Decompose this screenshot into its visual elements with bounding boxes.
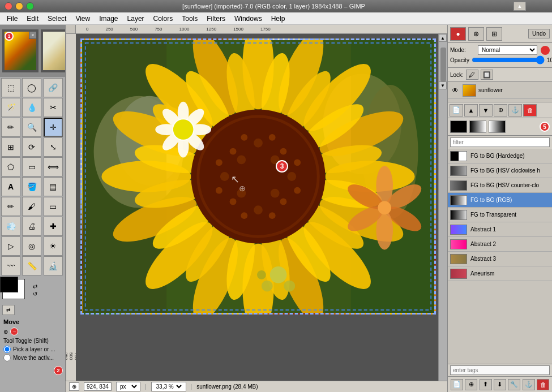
- tool-dodge[interactable]: ☀: [44, 236, 63, 256]
- menu-colors[interactable]: Colors: [149, 14, 178, 24]
- black-swatch[interactable]: [450, 120, 467, 133]
- swap-colors-icon[interactable]: ⇄: [33, 283, 37, 290]
- scroll-thumb-vertical[interactable]: [440, 48, 446, 81]
- menu-file[interactable]: File: [2, 14, 22, 24]
- gradient-item-abstract2[interactable]: Abstract 2: [448, 237, 552, 252]
- layer-raise-button[interactable]: ▲: [464, 104, 478, 117]
- gradient-item-transparent[interactable]: FG to Transparent: [448, 208, 552, 222]
- scroll-down-button[interactable]: ▼: [439, 81, 447, 89]
- menu-image[interactable]: Image: [95, 14, 122, 24]
- tool-rect-select[interactable]: ⬚: [1, 78, 20, 97]
- tool-move[interactable]: ✛: [44, 118, 63, 137]
- tool-bucket-fill[interactable]: 🪣: [22, 177, 41, 196]
- tool-blur[interactable]: ◎: [22, 236, 41, 256]
- tool-text[interactable]: A: [1, 177, 20, 196]
- bottom-icon-4[interactable]: ⬇: [494, 379, 506, 390]
- tool-airbrush[interactable]: 💨: [1, 217, 20, 236]
- gradient-item-hardedge[interactable]: FG to BG (Hardedge): [448, 149, 552, 163]
- window-resize-button[interactable]: ▲: [514, 2, 526, 11]
- menu-select[interactable]: Select: [43, 14, 71, 24]
- tool-perspective[interactable]: ▭: [22, 157, 41, 176]
- close-button[interactable]: [5, 2, 12, 10]
- tool-ellipse-select[interactable]: ◯: [22, 78, 41, 97]
- gradient-item-abstract1[interactable]: Abstract 1: [448, 222, 552, 237]
- scrollbar-vertical[interactable]: ▲ ▼: [438, 34, 447, 383]
- tool-color-picker[interactable]: 🔬: [44, 256, 63, 275]
- minimize-button[interactable]: [15, 2, 23, 10]
- bottom-icon-7[interactable]: 🗑: [537, 379, 549, 390]
- foreground-background-colors[interactable]: [2, 279, 31, 301]
- bw-gradient-swatch[interactable]: [469, 120, 486, 133]
- unit-select[interactable]: px % mm: [118, 383, 139, 390]
- opacity-slider[interactable]: [472, 57, 545, 63]
- bottom-icon-6[interactable]: ⚓: [523, 379, 535, 390]
- menu-tools[interactable]: Tools: [177, 14, 202, 24]
- image-viewport[interactable]: ↖ ⊕ 3: [76, 34, 438, 381]
- thumbnail-sunflower[interactable]: × 1: [2, 29, 38, 72]
- reset-colors-icon[interactable]: ↺: [33, 291, 37, 297]
- tool-paths[interactable]: ✏: [1, 118, 20, 137]
- tool-heal[interactable]: ✚: [44, 217, 63, 236]
- tool-gradient[interactable]: ▤: [44, 177, 63, 196]
- radio-move-active[interactable]: Move the activ...: [3, 354, 62, 361]
- tool-scissors[interactable]: ✂: [44, 98, 63, 117]
- panel-tool-1[interactable]: ●: [450, 27, 466, 41]
- radio-pick-layer-input[interactable]: [3, 346, 11, 353]
- panel-tool-2[interactable]: ⊕: [468, 27, 484, 41]
- scroll-up-button[interactable]: ▲: [439, 34, 447, 42]
- mode-select[interactable]: Normal Dissolve Multiply Screen Overlay: [478, 45, 537, 55]
- tool-flip[interactable]: ⟺: [44, 157, 63, 176]
- menu-edit[interactable]: Edit: [22, 14, 43, 24]
- radio-pick-layer[interactable]: Pick a layer or ...: [3, 346, 62, 353]
- menu-view[interactable]: View: [71, 14, 95, 24]
- bottom-icon-1[interactable]: 📄: [451, 379, 463, 390]
- menu-filters[interactable]: Filters: [202, 14, 230, 24]
- thumbnail-close-1[interactable]: ×: [29, 31, 37, 39]
- tool-measure[interactable]: 📏: [22, 256, 41, 275]
- tool-shear[interactable]: ⬠: [1, 157, 20, 176]
- tool-eraser[interactable]: ▭: [44, 197, 63, 216]
- lock-position-button[interactable]: 🔲: [481, 70, 493, 80]
- bottom-icon-5[interactable]: 🔧: [508, 379, 520, 390]
- tags-input[interactable]: [450, 365, 550, 375]
- tool-scale[interactable]: ⤡: [44, 137, 63, 157]
- gradient-filter-input[interactable]: [450, 137, 550, 147]
- tool-pencil[interactable]: ✏: [1, 197, 20, 216]
- tool-perspective-clone[interactable]: ▷: [1, 236, 20, 256]
- menu-help[interactable]: Help: [267, 14, 290, 24]
- tool-free-select[interactable]: 🔗: [44, 78, 63, 97]
- gradient-item-abstract3[interactable]: Abstract 3: [448, 252, 552, 266]
- tool-zoom[interactable]: 🔍: [22, 118, 41, 137]
- zoom-select[interactable]: 33,3 % 50 % 100 %: [154, 383, 183, 390]
- layer-duplicate-button[interactable]: ⊕: [494, 104, 507, 117]
- bottom-icon-2[interactable]: ⊕: [465, 379, 477, 390]
- wb-gradient-swatch[interactable]: [489, 120, 506, 133]
- lock-pixels-button[interactable]: 🖊: [466, 70, 478, 80]
- layer-lower-button[interactable]: ▼: [479, 104, 493, 117]
- gradient-item-aneurism[interactable]: Aneurism: [448, 266, 552, 281]
- tool-crop[interactable]: ⊞: [1, 137, 20, 157]
- gradient-item-hsv-cw[interactable]: FG to BG (HSV clockwise h: [448, 163, 552, 178]
- layer-new-button[interactable]: 📄: [450, 104, 463, 117]
- tool-fuzzy-select[interactable]: 🪄: [1, 98, 20, 117]
- tool-rotate[interactable]: ⟳: [22, 137, 41, 157]
- tool-color-select[interactable]: 💧: [22, 98, 41, 117]
- canvas-image[interactable]: ↖ ⊕ 3: [80, 38, 436, 315]
- bottom-icon-3[interactable]: ⬆: [480, 379, 492, 390]
- tool-smudge[interactable]: 〰: [1, 256, 20, 275]
- undo-button[interactable]: Undo: [528, 29, 550, 38]
- navigation-button[interactable]: ⊕: [69, 382, 79, 391]
- foreground-color[interactable]: [0, 277, 18, 292]
- gradient-item-hsv-cc[interactable]: FG to BG (HSV counter-clo: [448, 178, 552, 193]
- panel-tool-3[interactable]: ⊞: [486, 27, 502, 41]
- layer-delete-button[interactable]: 🗑: [523, 104, 537, 117]
- tool-clone[interactable]: 🖨: [22, 217, 41, 236]
- layer-anchor-button[interactable]: ⚓: [508, 104, 522, 117]
- menu-windows[interactable]: Windows: [230, 14, 267, 24]
- gradient-item-rgb[interactable]: FG to BG (RGB): [448, 193, 552, 208]
- layer-visibility-icon[interactable]: 👁: [450, 85, 460, 96]
- tool-paintbrush[interactable]: 🖌: [22, 197, 41, 216]
- thumbnail-flower2[interactable]: ×: [41, 29, 66, 72]
- radio-move-active-input[interactable]: [3, 354, 11, 361]
- menu-layer[interactable]: Layer: [123, 14, 149, 24]
